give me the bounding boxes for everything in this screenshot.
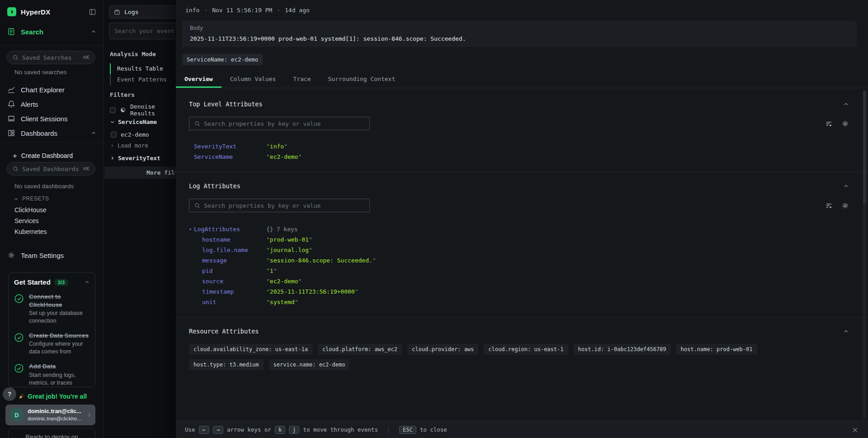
attribute-value[interactable]: systemd — [266, 299, 298, 305]
filter-group-servicename[interactable]: ServiceName — [110, 119, 157, 125]
get-started-step[interactable]: Add Data Start sending logs, metrics, or… — [14, 362, 90, 386]
property-search[interactable] — [189, 117, 370, 130]
attribute-row[interactable]: timestamp 2025-11-11T23:56:19+0000 — [189, 286, 849, 297]
preset-clickhouse[interactable]: ClickHouse — [14, 206, 47, 214]
search-icon — [194, 202, 200, 209]
attribute-key[interactable]: pid — [202, 267, 266, 274]
attribute-key[interactable]: log.file.name — [202, 247, 266, 253]
attribute-row[interactable]: hostname prod-web-01 — [189, 234, 849, 245]
attribute-value[interactable]: prod-web-01 — [266, 236, 312, 243]
get-started-step[interactable]: Create Data Sources Configure where your… — [14, 332, 90, 356]
resource-chip[interactable]: cloud.provider: aws — [407, 344, 478, 355]
tree-root-row[interactable]: ▾ LogAttributes {}7 keys — [189, 224, 849, 234]
sidebar-collapse-icon[interactable] — [89, 8, 96, 16]
sidebar-item-client-sessions[interactable]: Client Sessions — [0, 112, 104, 125]
collapse-section-icon[interactable] — [843, 101, 849, 107]
filter-value-row[interactable]: ec2-demo — [111, 131, 149, 138]
attribute-value[interactable]: info — [266, 143, 288, 150]
property-search-input[interactable] — [204, 120, 365, 127]
saved-dashboards-input[interactable]: Saved Dashboards ⌘K — [6, 162, 95, 176]
property-search[interactable] — [189, 199, 370, 212]
chevron-up-icon[interactable] — [91, 29, 96, 34]
settings-gear-icon[interactable] — [841, 120, 849, 128]
shortcut-hint: ⌘K — [83, 54, 90, 61]
mode-event-patterns[interactable]: Event Patterns — [110, 74, 167, 85]
filter-value-checkbox[interactable] — [111, 132, 117, 138]
user-menu[interactable]: D dominic.tran@clic... dominic.tran@clic… — [5, 405, 95, 425]
attribute-value[interactable]: ec2-demo — [266, 153, 302, 160]
attribute-key[interactable]: message — [202, 257, 266, 264]
resource-chip[interactable]: cloud.platform: aws_ec2 — [318, 344, 402, 355]
sidebar-item-label: Search — [21, 28, 43, 36]
sidebar-item-search[interactable]: Search — [0, 25, 104, 38]
resource-chip[interactable]: cloud.availability_zone: us-east-1a — [189, 344, 312, 355]
attribute-row[interactable]: ServiceName ec2-demo — [189, 152, 849, 162]
scrollbar-thumb[interactable] — [863, 90, 866, 204]
chevron-up-icon[interactable] — [91, 130, 96, 136]
sidebar-item-label: Alerts — [21, 100, 38, 108]
sidebar-item-alerts[interactable]: Alerts — [0, 98, 104, 110]
settings-gear-icon[interactable] — [841, 202, 849, 209]
sidebar-item-chart-explorer[interactable]: Chart Explorer — [0, 83, 104, 96]
attribute-row[interactable]: SeverityText info — [189, 141, 849, 152]
deploy-banner[interactable]: Ready to deploy on — [8, 428, 95, 438]
presets-toggle[interactable]: PRESETS — [14, 195, 49, 202]
collapse-section-icon[interactable] — [843, 183, 849, 189]
close-icon[interactable] — [850, 425, 860, 435]
sidebar-item-dashboards[interactable]: Dashboards — [0, 127, 104, 139]
tab-column-values[interactable]: Column Values — [222, 71, 285, 88]
attribute-row[interactable]: source ec2-demo — [189, 276, 849, 286]
get-started-card: Get Started 3/3 Connect to ClickHouse Se… — [8, 272, 95, 387]
chevron-up-icon[interactable] — [85, 280, 90, 285]
resource-chip[interactable]: cloud.region: us-east-1 — [484, 344, 568, 355]
attribute-value[interactable]: ec2-demo — [266, 278, 302, 285]
tab-overview[interactable]: Overview — [176, 71, 222, 88]
line-wrap-icon[interactable] — [825, 202, 833, 209]
more-filters-button[interactable]: More filters — [104, 167, 176, 179]
attribute-key[interactable]: hostname — [202, 236, 266, 243]
create-dashboard-button[interactable]: + Create Dashboard — [0, 149, 104, 162]
preset-services[interactable]: Services — [14, 217, 39, 224]
attribute-key[interactable]: LogAttributes — [194, 226, 266, 233]
resource-chip[interactable]: host.id: i-0abc123def456789 — [574, 344, 671, 355]
attribute-row[interactable]: pid 1 — [189, 266, 849, 276]
event-search-input[interactable] — [109, 23, 176, 39]
attribute-key[interactable]: SeverityText — [194, 143, 266, 150]
keyboard-hints-bar: Use ← → arrow keys or k j to move throug… — [176, 421, 868, 438]
saved-searches-input[interactable]: Saved Searches ⌘K — [6, 51, 95, 64]
service-name-tag[interactable]: ServiceName: ec2-demo — [182, 54, 263, 65]
tab-surrounding-context[interactable]: Surrounding Context — [320, 71, 404, 88]
attribute-row[interactable]: message session-846.scope: Succeeded. — [189, 255, 849, 266]
collapse-section-icon[interactable] — [843, 328, 849, 334]
attribute-key[interactable]: timestamp — [202, 288, 266, 295]
arrow-right-key: → — [213, 426, 223, 434]
load-more-button[interactable]: Load more — [110, 142, 148, 149]
resource-chip[interactable]: host.type: t3.medium — [189, 359, 264, 370]
sidebar-item-team-settings[interactable]: Team Settings — [0, 249, 104, 262]
denoise-filter-row[interactable]: Denoise Results — [110, 103, 176, 117]
property-search-input[interactable] — [204, 202, 365, 209]
collapse-tree-icon[interactable]: ▾ — [189, 227, 194, 232]
attribute-value[interactable]: session-846.scope: Succeeded. — [266, 257, 376, 264]
tab-trace[interactable]: Trace — [284, 71, 319, 88]
line-wrap-icon[interactable] — [825, 120, 833, 128]
denoise-checkbox[interactable] — [110, 107, 116, 113]
attribute-row[interactable]: log.file.name journal.log — [189, 245, 849, 255]
filter-group-severitytext[interactable]: SeverityText — [110, 155, 160, 162]
mode-results-table[interactable]: Results Table — [110, 63, 163, 74]
get-started-step[interactable]: Connect to ClickHouse Set up your databa… — [14, 293, 90, 325]
attribute-key[interactable]: unit — [202, 299, 266, 305]
resource-chip[interactable]: service.name: ec2-demo — [269, 359, 350, 370]
attribute-value[interactable]: journal.log — [266, 247, 312, 253]
attribute-row[interactable]: unit systemd — [189, 297, 849, 307]
attribute-value[interactable]: 2025-11-11T23:56:19+0000 — [266, 288, 359, 295]
attribute-key[interactable]: source — [202, 278, 266, 285]
step-title: Add Data — [29, 362, 90, 371]
help-button[interactable]: ? — [3, 387, 16, 401]
resource-chip[interactable]: host.name: prod-web-01 — [676, 344, 757, 355]
preset-kubernetes[interactable]: Kubernetes — [14, 228, 47, 235]
attribute-value[interactable]: 1 — [266, 267, 277, 274]
presets-label: PRESETS — [22, 195, 49, 202]
attribute-key[interactable]: ServiceName — [194, 153, 266, 160]
source-selector-button[interactable]: Logs — [109, 5, 176, 19]
